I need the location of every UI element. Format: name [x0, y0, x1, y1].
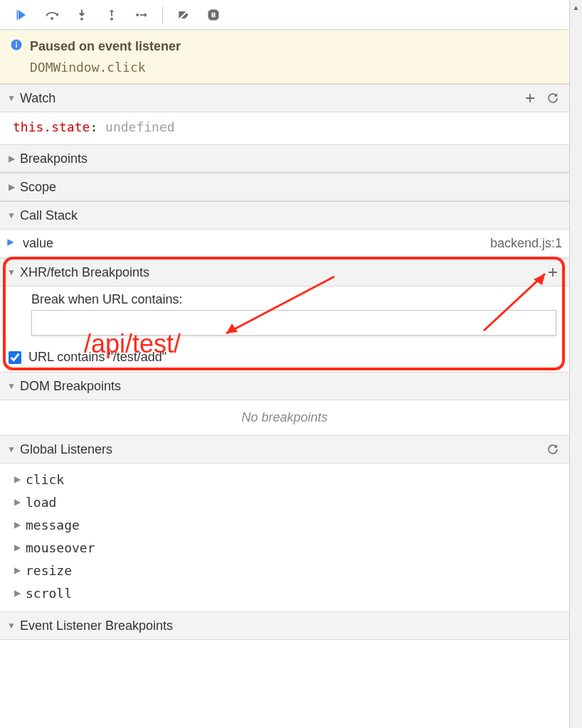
refresh-watch-button[interactable]: [544, 89, 562, 107]
breakpoints-section-header[interactable]: ▶ Breakpoints: [0, 144, 569, 173]
global-listeners-title: Global Listeners: [20, 442, 112, 457]
scroll-up-icon[interactable]: ▲: [570, 0, 582, 14]
scope-title: Scope: [20, 180, 56, 195]
listener-item[interactable]: ▶mouseover: [13, 536, 569, 559]
event-listener-breakpoints-title: Event Listener Breakpoints: [20, 619, 173, 633]
svg-point-2: [80, 17, 83, 20]
listener-name: mouseover: [26, 540, 95, 555]
xhr-breakpoint-checkbox[interactable]: [9, 351, 21, 364]
watch-value: undefined: [105, 119, 175, 134]
xhr-input-label: Break when URL contains:: [31, 292, 556, 307]
scrollbar[interactable]: ▲: [570, 0, 582, 728]
listener-item[interactable]: ▶click: [13, 468, 569, 491]
svg-point-3: [110, 17, 113, 20]
breakpoints-title: Breakpoints: [20, 151, 88, 166]
xhr-title: XHR/fetch Breakpoints: [20, 265, 149, 280]
xhr-section-header[interactable]: ▼ XHR/fetch Breakpoints: [0, 258, 569, 287]
add-watch-button[interactable]: [521, 89, 539, 107]
expand-icon: ▶: [13, 520, 21, 530]
svg-point-9: [16, 41, 17, 43]
current-frame-icon: [6, 236, 16, 251]
listener-name: resize: [26, 563, 72, 578]
listener-item[interactable]: ▶resize: [13, 559, 569, 582]
debugger-toolbar: [0, 0, 569, 30]
svg-rect-5: [212, 12, 213, 17]
event-listener-breakpoints-section-header[interactable]: ▼ Event Listener Breakpoints: [0, 611, 569, 640]
deactivate-breakpoints-button[interactable]: [169, 0, 199, 30]
expand-icon: ▶: [13, 497, 21, 507]
pause-exceptions-button[interactable]: [199, 0, 228, 30]
frame-name: value: [23, 236, 490, 251]
callstack-frame[interactable]: value backend.js:1: [0, 230, 569, 258]
collapse-icon: ▼: [7, 621, 16, 631]
xhr-breakpoint-label: URL contains "/test/add": [28, 350, 166, 365]
collapse-icon: ▼: [7, 267, 16, 277]
watch-body: this.state: undefined: [0, 112, 569, 144]
toolbar-separator: [162, 6, 163, 23]
watch-expression[interactable]: this.state: [13, 119, 90, 134]
paused-banner: Paused on event listener DOMWindow.click: [0, 30, 569, 84]
svg-point-1: [51, 17, 53, 20]
xhr-body: Break when URL contains:: [0, 287, 569, 346]
callstack-title: Call Stack: [20, 208, 78, 223]
dom-breakpoints-title: DOM Breakpoints: [20, 379, 121, 394]
paused-subtitle: DOMWindow.click: [30, 60, 559, 75]
collapse-icon: ▼: [7, 444, 16, 454]
xhr-breakpoint-item[interactable]: URL contains "/test/add": [0, 346, 569, 372]
frame-location[interactable]: backend.js:1: [490, 236, 562, 251]
collapse-icon: ▼: [7, 210, 16, 220]
expand-icon: ▶: [13, 474, 21, 484]
info-icon: [10, 38, 23, 54]
listener-name: load: [26, 495, 56, 510]
listener-item[interactable]: ▶message: [13, 513, 569, 536]
svg-rect-8: [16, 44, 17, 48]
scope-section-header[interactable]: ▶ Scope: [0, 173, 569, 201]
listener-item[interactable]: ▶scroll: [13, 582, 569, 604]
callstack-section-header[interactable]: ▼ Call Stack: [0, 201, 569, 230]
watch-title: Watch: [20, 91, 55, 106]
step-button[interactable]: [127, 0, 157, 30]
expand-icon: ▶: [13, 588, 21, 598]
dom-breakpoints-empty: No breakpoints: [0, 400, 569, 435]
dom-breakpoints-section-header[interactable]: ▼ DOM Breakpoints: [0, 372, 569, 400]
watch-section-header[interactable]: ▼ Watch: [0, 84, 569, 112]
collapse-icon: ▼: [7, 381, 16, 391]
step-into-button[interactable]: [67, 0, 97, 30]
collapse-icon: ▼: [7, 93, 16, 103]
listener-name: click: [26, 472, 64, 487]
xhr-url-input[interactable]: [31, 310, 556, 336]
svg-rect-0: [17, 10, 18, 19]
add-xhr-breakpoint-button[interactable]: [544, 263, 562, 282]
step-over-button[interactable]: [37, 0, 67, 30]
refresh-listeners-button[interactable]: [544, 440, 562, 459]
paused-title: Paused on event listener: [30, 39, 181, 54]
expand-icon: ▶: [13, 542, 21, 552]
listener-item[interactable]: ▶load: [13, 491, 569, 513]
expand-icon: ▶: [7, 154, 16, 164]
listener-name: message: [26, 518, 80, 532]
expand-icon: ▶: [13, 565, 21, 575]
resume-button[interactable]: [7, 0, 37, 30]
expand-icon: ▶: [7, 182, 16, 192]
svg-point-4: [136, 14, 139, 16]
svg-rect-6: [213, 12, 215, 17]
listener-name: scroll: [26, 586, 72, 601]
xhr-area: ▼ XHR/fetch Breakpoints Break when URL c…: [0, 258, 569, 372]
global-listeners-section-header[interactable]: ▼ Global Listeners: [0, 435, 569, 464]
step-out-button[interactable]: [97, 0, 127, 30]
global-listeners-list: ▶click▶load▶message▶mouseover▶resize▶scr…: [0, 464, 569, 611]
